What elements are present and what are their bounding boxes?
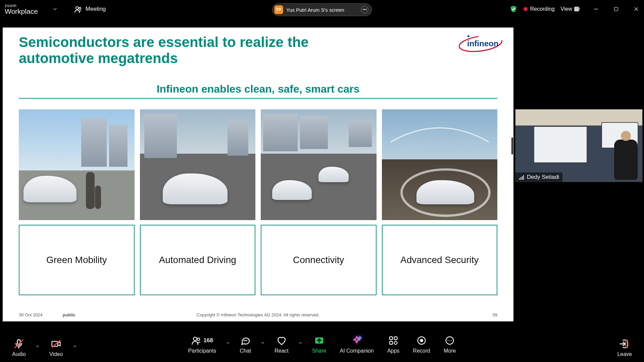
svg-text:infineon: infineon <box>467 39 498 48</box>
meeting-label: Meeting <box>86 6 106 12</box>
view-button[interactable]: View <box>561 6 579 12</box>
record-button[interactable]: Record <box>407 335 436 359</box>
apps-label: Apps <box>387 348 399 354</box>
meeting-info-button[interactable]: Meeting <box>69 3 110 15</box>
gallery-resize-handle[interactable] <box>511 138 514 154</box>
megatrend-label: Green Mobility <box>46 255 107 265</box>
megatrend-label-box: Advanced Security <box>382 225 498 295</box>
more-icon <box>445 335 455 346</box>
infineon-logo: infineon <box>457 34 504 54</box>
signal-icon <box>519 175 524 179</box>
svg-point-6 <box>401 169 489 216</box>
sparkle-icon <box>351 335 362 346</box>
ai-companion-button[interactable]: AI Companion <box>334 335 380 359</box>
participants-label: Participants <box>188 348 216 354</box>
svg-point-24 <box>451 340 452 341</box>
react-label: React <box>275 348 289 354</box>
slide-footer: 30 Oct 2024 public Copyright © Infineon … <box>19 312 497 317</box>
participants-count: 168 <box>203 337 213 344</box>
camera-off-icon <box>50 339 62 349</box>
participant-name-label: Dedy Setiadi <box>515 172 562 182</box>
recording-label: Recording <box>530 6 555 12</box>
view-layout-icon <box>574 7 579 11</box>
svg-point-22 <box>448 340 449 341</box>
zoom-logo: zoom Workplace <box>5 3 38 15</box>
svg-rect-16 <box>394 337 397 340</box>
audio-button[interactable]: Audio <box>6 339 32 362</box>
divider <box>19 98 497 99</box>
megatrend-label-box: Green Mobility <box>19 225 135 295</box>
zoom-logo-line2: Workplace <box>5 8 38 15</box>
sharer-name: Yus Putri Arum S's screen <box>286 7 344 13</box>
apps-icon <box>388 335 398 346</box>
active-speaker-tile[interactable]: Dedy Setiadi <box>515 109 643 182</box>
svg-point-20 <box>420 339 423 342</box>
share-screen-icon <box>314 335 325 346</box>
heart-icon <box>276 335 287 346</box>
leave-button[interactable]: Leave <box>611 339 638 362</box>
megatrend-image <box>382 109 498 220</box>
more-button[interactable]: More <box>438 335 462 359</box>
leave-icon <box>619 339 630 349</box>
recording-indicator[interactable]: Recording <box>524 6 555 12</box>
ai-label: AI Companion <box>340 348 374 354</box>
megatrend-image <box>140 109 256 220</box>
svg-point-4 <box>467 35 469 37</box>
svg-point-12 <box>245 340 245 341</box>
encryption-shield-icon[interactable] <box>509 5 517 13</box>
react-menu-button[interactable] <box>296 341 305 359</box>
window-close-button[interactable] <box>633 6 639 12</box>
megatrend-label-box: Automated Driving <box>140 225 256 295</box>
participants-button[interactable]: 168 Participants <box>182 335 222 359</box>
participants-menu-button[interactable] <box>224 341 232 359</box>
video-label: Video <box>49 351 63 357</box>
participants-icon: 168 <box>191 335 213 346</box>
participant-name: Dedy Setiadi <box>527 174 559 180</box>
sharer-avatar: YP <box>274 5 283 14</box>
microphone-muted-icon <box>13 339 24 349</box>
megatrend-card-row: Green Mobility Automated Driving <box>19 109 497 295</box>
megatrend-label: Advanced Security <box>400 255 479 265</box>
meeting-toolbar: Audio Video 168 Participants Chat <box>0 332 644 362</box>
share-screen-button[interactable]: Share <box>306 335 333 359</box>
workspace-menu-button[interactable] <box>52 6 58 12</box>
record-label: Record <box>413 348 430 354</box>
slide-copyright: Copyright © Infineon Technologies AG 202… <box>197 312 319 317</box>
svg-point-9 <box>193 337 197 341</box>
video-menu-button[interactable] <box>70 344 79 362</box>
leave-label: Leave <box>617 351 632 357</box>
svg-point-10 <box>197 338 200 341</box>
slide-page-number: 59 <box>493 312 497 317</box>
shared-screen-viewport: Semiconductors are essential to realize … <box>3 28 513 321</box>
react-button[interactable]: React <box>268 335 295 359</box>
chat-icon <box>240 335 251 346</box>
megatrend-label: Automated Driving <box>159 255 236 265</box>
video-button[interactable]: Video <box>43 339 69 362</box>
chat-label: Chat <box>240 348 251 354</box>
svg-rect-17 <box>390 342 393 345</box>
window-maximize-button[interactable] <box>613 6 619 12</box>
screen-share-banner[interactable]: YP Yus Putri Arum S's screen ••• <box>272 3 372 16</box>
megatrend-image <box>261 109 377 220</box>
presentation-slide: Semiconductors are essential to realize … <box>3 28 513 321</box>
megatrend-card: Advanced Security <box>382 109 498 295</box>
megatrend-label: Connectivity <box>293 255 344 265</box>
slide-classification: public <box>63 312 76 317</box>
svg-point-23 <box>449 340 450 341</box>
apps-button[interactable]: Apps <box>381 335 405 359</box>
svg-rect-15 <box>390 337 393 340</box>
svg-point-11 <box>244 340 244 341</box>
slide-subtitle: Infineon enables clean, safe, smart cars <box>19 83 497 98</box>
svg-point-1 <box>79 7 81 9</box>
recording-dot-icon <box>524 7 528 11</box>
slide-title: Semiconductors are essential to realize … <box>19 34 354 67</box>
audio-menu-button[interactable] <box>33 344 42 362</box>
chat-button[interactable]: Chat <box>234 335 257 359</box>
svg-point-13 <box>246 340 247 341</box>
window-minimize-button[interactable] <box>593 6 599 12</box>
more-label: More <box>444 348 456 354</box>
megatrend-card: Automated Driving <box>140 109 256 295</box>
share-banner-more-icon[interactable]: ••• <box>361 6 368 13</box>
top-bar: zoom Workplace Meeting YP Yus Putri Arum… <box>0 0 644 18</box>
chat-menu-button[interactable] <box>258 341 267 359</box>
